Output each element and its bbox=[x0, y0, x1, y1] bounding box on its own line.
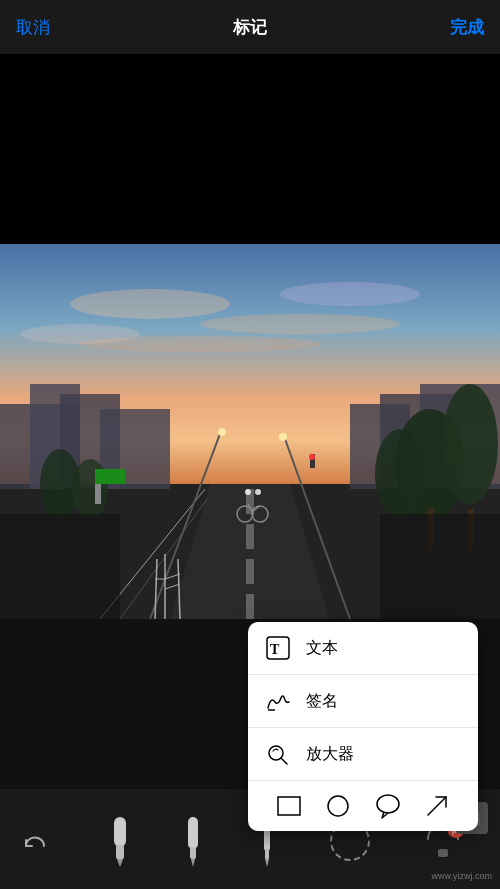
text-menu-label: 文本 bbox=[306, 638, 338, 659]
svg-point-35 bbox=[255, 489, 261, 495]
cancel-button[interactable]: 取消 bbox=[16, 16, 50, 39]
svg-rect-51 bbox=[380, 514, 500, 619]
svg-text:T: T bbox=[270, 642, 280, 657]
speech-bubble-shape-button[interactable] bbox=[373, 791, 403, 821]
svg-point-31 bbox=[218, 428, 226, 436]
top-navigation-bar: 取消 标记 完成 bbox=[0, 0, 500, 54]
svg-point-4 bbox=[280, 282, 420, 306]
svg-rect-9 bbox=[246, 524, 254, 549]
medium-pen-icon bbox=[173, 811, 213, 867]
svg-rect-63 bbox=[190, 847, 196, 859]
menu-item-signature[interactable]: 签名 bbox=[248, 675, 478, 728]
svg-point-25 bbox=[375, 429, 425, 519]
svg-point-33 bbox=[279, 433, 287, 441]
svg-rect-43 bbox=[95, 484, 101, 504]
svg-point-57 bbox=[377, 795, 399, 813]
svg-rect-50 bbox=[0, 514, 120, 619]
menu-item-text[interactable]: T 文本 bbox=[248, 622, 478, 675]
svg-rect-59 bbox=[114, 817, 126, 847]
svg-point-41 bbox=[309, 454, 315, 460]
svg-point-24 bbox=[442, 384, 498, 504]
svg-rect-60 bbox=[116, 845, 124, 859]
signature-icon bbox=[264, 687, 292, 715]
shapes-row bbox=[248, 780, 478, 831]
svg-rect-42 bbox=[95, 469, 125, 484]
photo-canvas bbox=[0, 244, 500, 619]
svg-rect-62 bbox=[188, 817, 198, 849]
svg-point-5 bbox=[20, 324, 140, 344]
svg-marker-64 bbox=[191, 859, 195, 867]
magnifier-icon bbox=[264, 740, 292, 768]
svg-rect-10 bbox=[246, 559, 254, 584]
circle-shape-button[interactable] bbox=[323, 791, 353, 821]
svg-rect-68 bbox=[438, 849, 448, 857]
annotation-menu: T 文本 签名 放大器 bbox=[248, 622, 478, 831]
tool-pen2[interactable] bbox=[173, 811, 213, 867]
svg-point-1 bbox=[70, 289, 230, 319]
arrow-shape-button[interactable] bbox=[422, 791, 452, 821]
svg-rect-11 bbox=[246, 594, 254, 619]
svg-point-34 bbox=[245, 489, 251, 495]
svg-point-29 bbox=[72, 459, 108, 519]
svg-point-56 bbox=[328, 796, 348, 816]
svg-rect-66 bbox=[265, 849, 269, 859]
rectangle-shape-button[interactable] bbox=[274, 791, 304, 821]
signature-menu-label: 签名 bbox=[306, 691, 338, 712]
menu-item-magnifier[interactable]: 放大器 bbox=[248, 728, 478, 780]
svg-marker-61 bbox=[117, 859, 123, 867]
black-top-area bbox=[0, 54, 500, 244]
magnifier-menu-label: 放大器 bbox=[306, 744, 354, 765]
done-button[interactable]: 完成 bbox=[450, 16, 484, 39]
undo-button[interactable] bbox=[16, 828, 52, 864]
watermark: www.yizwj.com bbox=[431, 871, 492, 881]
svg-marker-67 bbox=[265, 859, 269, 867]
svg-line-58 bbox=[428, 797, 446, 815]
tool-pen1[interactable] bbox=[100, 811, 140, 867]
svg-point-2 bbox=[200, 314, 400, 334]
page-title: 标记 bbox=[233, 16, 267, 39]
svg-rect-55 bbox=[278, 797, 300, 815]
thick-pen-icon bbox=[100, 811, 140, 867]
text-icon: T bbox=[264, 634, 292, 662]
